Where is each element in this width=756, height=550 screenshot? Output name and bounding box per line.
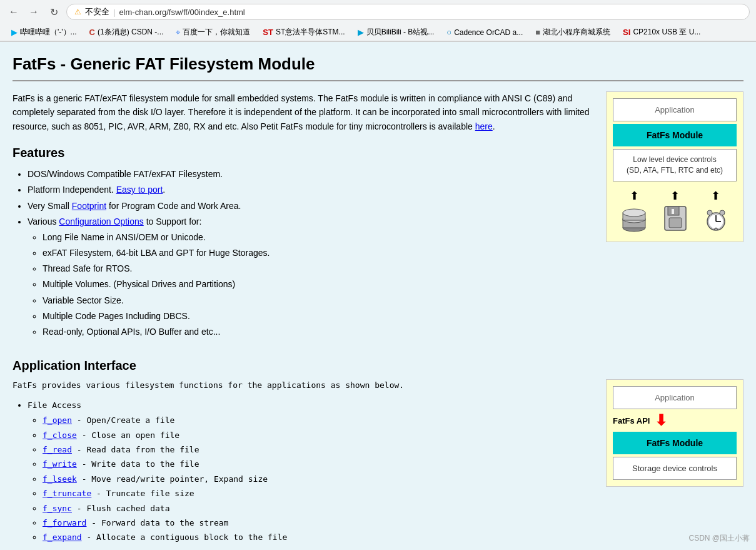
app-interface-section: Application Interface FatFs provides var… [13, 359, 743, 545]
svg-point-14 [720, 210, 725, 215]
f-truncate-link[interactable]: f_truncate [43, 489, 91, 498]
diagram2-storage-label: Storage device controls [613, 457, 737, 480]
diagram-box-1: Application FatFs Module Low level devic… [606, 91, 743, 242]
diagram-fatfs-label: FatFs Module [613, 124, 737, 146]
sub-feature-3: Thread Safe for RTOS. [43, 261, 593, 277]
f-sync-desc: - Flush cached data [77, 504, 170, 513]
f-open-link[interactable]: f_open [43, 415, 72, 425]
bookmark-baidu-icon: ⌖ [176, 28, 180, 38]
right-diagram-2: Application FatFs API ⬇ FatFs Module Sto… [606, 379, 743, 487]
sub-feature-2: exFAT Filesystem, 64-bit LBA and GPT for… [43, 245, 593, 261]
bookmark-cadence[interactable]: ○ Cadence OrCAD a... [441, 26, 528, 38]
security-warning-icon: ⚠ [74, 8, 81, 16]
clock-arrow-up: ⬆ [711, 189, 720, 203]
sub-features-list: Long File Name in ANSI/OEM or Unicode. e… [43, 230, 593, 340]
f-read-link[interactable]: f_read [43, 445, 72, 454]
easy-to-port-link[interactable]: Easy to port [116, 185, 163, 195]
bookmark-cp210x-label: CP210x USB 至 U... [633, 27, 700, 38]
bookmark-cadence-icon: ○ [446, 28, 451, 37]
svg-rect-7 [669, 218, 682, 228]
bookmark-beibei-icon: ▶ [358, 28, 364, 37]
config-options-link[interactable]: Configuration Options [59, 216, 143, 227]
bookmark-csdn-icon: C [89, 28, 95, 37]
feature-item-2: Platform Independent. Easy to port. [28, 182, 593, 198]
svg-point-13 [707, 210, 712, 215]
floppy-icon-item: ⬆ [663, 189, 688, 233]
f-lseek-link[interactable]: f_lseek [43, 474, 77, 484]
func-f_read: f_read - Read data from the file [43, 442, 593, 457]
feature-item-1: DOS/Windows Compatible FAT/exFAT Filesys… [28, 166, 593, 182]
red-arrow-icon: ⬇ [655, 412, 667, 429]
bookmark-bilibili[interactable]: ▶ 哔哩哔哩（'-'）... [6, 26, 82, 39]
security-label: 不安全 [85, 6, 109, 18]
app-interface-title: Application Interface [13, 359, 743, 373]
floppy-arrow-up: ⬆ [670, 189, 680, 203]
intro-paragraph: FatFs is a generic FAT/exFAT filesystem … [13, 91, 593, 133]
feature-text-3: Very Small [28, 201, 72, 211]
features-list: DOS/Windows Compatible FAT/exFAT Filesys… [28, 166, 593, 340]
bookmarks-bar: ▶ 哔哩哔哩（'-'）... C (1条消息) CSDN -... ⌖ 百度一下… [0, 24, 756, 41]
back-button[interactable]: ← [6, 4, 21, 19]
bookmark-st-label: ST意法半导体STM... [276, 27, 345, 38]
app-interface-list: File Access f_open - Open/Create a file … [28, 397, 593, 545]
sd-card-svg [620, 204, 648, 233]
app-interface-left: FatFs provides various filesystem functi… [13, 379, 593, 545]
feature-item-4: Various Configuration Options to Support… [28, 214, 593, 340]
features-title: Features [13, 146, 593, 160]
file-functions-list: f_open - Open/Create a file f_close - Cl… [43, 413, 593, 545]
bookmark-beibei-label: 贝贝BiliBili - B站视... [366, 27, 435, 38]
bookmark-beibei[interactable]: ▶ 贝贝BiliBili - B站视... [353, 26, 440, 39]
address-bar[interactable]: ⚠ 不安全 | elm-chan.org/fsw/ff/00index_e.ht… [66, 4, 750, 20]
footprint-link[interactable]: Footprint [72, 201, 106, 211]
bookmark-st[interactable]: ST ST意法半导体STM... [258, 26, 350, 39]
forward-button[interactable]: → [26, 4, 41, 19]
bookmark-bilibili-label: 哔哩哔哩（'-'）... [20, 27, 77, 38]
sd-arrow-up: ⬆ [630, 189, 639, 203]
diagram2-fatfs-label: FatFs Module [613, 432, 737, 454]
right-diagram-1: Application FatFs Module Low level devic… [606, 91, 743, 242]
feature-text-4: Various [28, 216, 59, 227]
clock-icon-item: ⬆ [702, 189, 730, 233]
clock-svg [702, 204, 730, 233]
diagram2-app-label: Application [613, 386, 737, 409]
f-lseek-desc: - Move read/write pointer, Expand size [82, 474, 268, 484]
sub-feature-4: Multiple Volumes. (Physical Drives and P… [43, 277, 593, 292]
bookmark-csdn[interactable]: C (1条消息) CSDN -... [84, 26, 169, 39]
bookmark-baidu-label: 百度一下，你就知道 [183, 27, 250, 38]
page-title: FatFs - Generic FAT Filesystem Module [13, 54, 743, 74]
func-f_open: f_open - Open/Create a file [43, 413, 593, 427]
bookmark-hubei[interactable]: ■ 湖北小程序商城系统 [530, 26, 615, 39]
f-write-desc: - Write data to the file [82, 459, 199, 469]
diagram-app-label: Application [613, 98, 737, 121]
config-suffix: to Support for: [146, 216, 202, 227]
f-expand-link[interactable]: f_expand [43, 532, 82, 542]
f-sync-link[interactable]: f_sync [43, 504, 72, 513]
separator: | [113, 8, 115, 17]
f-read-desc: - Read data from the file [77, 445, 199, 454]
app-interface-layout: FatFs provides various filesystem functi… [13, 379, 743, 545]
func-f_write: f_write - Write data to the file [43, 457, 593, 471]
feature-text-1: DOS/Windows Compatible FAT/exFAT Filesys… [28, 169, 223, 179]
here-link[interactable]: here [475, 121, 493, 131]
bookmark-bilibili-icon: ▶ [11, 28, 18, 37]
bookmark-cp210x[interactable]: SI CP210x USB 至 U... [618, 26, 705, 39]
intro-section: FatFs is a generic FAT/exFAT filesystem … [13, 91, 743, 340]
file-access-label: File Access [28, 400, 81, 410]
diagram-lowlevel-label: Low level device controls(SD, ATA, FTL, … [613, 149, 737, 181]
func-f_forward: f_forward - Forward data to the stream [43, 516, 593, 530]
bookmark-cadence-label: Cadence OrCAD a... [454, 28, 523, 37]
browser-chrome: ← → ↻ ⚠ 不安全 | elm-chan.org/fsw/ff/00inde… [0, 0, 756, 42]
f-write-link[interactable]: f_write [43, 459, 77, 469]
bookmark-baidu[interactable]: ⌖ 百度一下，你就知道 [171, 26, 255, 39]
f-forward-link[interactable]: f_forward [43, 518, 86, 527]
reload-button[interactable]: ↻ [46, 4, 61, 19]
bookmark-st-icon: ST [263, 28, 273, 37]
diagram2-api-row: FatFs API ⬇ [613, 412, 737, 429]
func-f_truncate: f_truncate - Truncate file size [43, 486, 593, 501]
intro-text: FatFs is a generic FAT/exFAT filesystem … [13, 93, 590, 131]
feature-text-2: Platform Independent. [28, 185, 116, 195]
sub-feature-7: Read-only, Optional APIs, I/O Buffer and… [43, 324, 593, 340]
f-close-link[interactable]: f_close [43, 430, 77, 440]
diagram-box-2: Application FatFs API ⬇ FatFs Module Sto… [606, 379, 743, 487]
f-expand-desc: - Allocate a contiguous block to the fil… [86, 532, 287, 542]
